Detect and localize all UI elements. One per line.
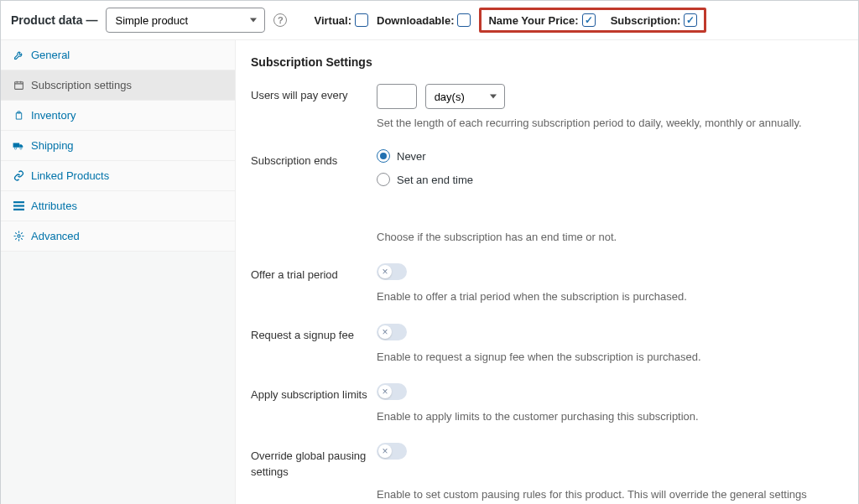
svg-point-3 (20, 147, 22, 148)
product-type-select[interactable]: Simple product (106, 8, 265, 33)
tab-label: Shipping (31, 139, 74, 152)
pausing-desc: Enable to set custom pausing rules for t… (377, 487, 835, 504)
subscription-checkbox-label: Subscription: (611, 13, 698, 27)
help-icon[interactable]: ? (273, 13, 287, 27)
nyp-checkbox-label: Name Your Price: (488, 13, 595, 27)
svg-rect-1 (13, 143, 20, 147)
content-title: Subscription Settings (251, 55, 835, 69)
tab-label: Inventory (31, 109, 75, 122)
calendar-icon (13, 80, 24, 91)
truck-icon (13, 140, 24, 152)
panel-title: Product data — (11, 13, 97, 27)
wrench-icon (13, 49, 24, 61)
svg-rect-6 (13, 209, 24, 210)
subscription-checkbox[interactable] (684, 13, 697, 27)
product-data-tabs: General Subscription settings Inventory … (1, 40, 236, 504)
tab-linked-products[interactable]: Linked Products (1, 161, 235, 191)
tab-label: Advanced (31, 230, 80, 242)
tab-shipping[interactable]: Shipping (1, 131, 235, 161)
svg-rect-0 (14, 82, 23, 90)
tab-label: Subscription settings (31, 79, 132, 91)
limits-toggle[interactable] (377, 383, 407, 400)
pay-every-input[interactable] (377, 84, 417, 109)
ends-settime-label: Set an end time (397, 174, 473, 186)
limits-label: Apply subscription limits (251, 383, 377, 401)
highlighted-options: Name Your Price: Subscription: (479, 8, 706, 33)
ends-desc: Choose if the subscription has an end ti… (377, 230, 835, 245)
trial-desc: Enable to offer a trial period when the … (377, 289, 835, 304)
tab-general[interactable]: General (1, 40, 235, 70)
tab-attributes[interactable]: Attributes (1, 191, 235, 221)
tab-label: General (31, 49, 70, 61)
gear-icon (13, 231, 24, 242)
settings-content: Subscription Settings Users will pay eve… (236, 40, 858, 504)
trial-toggle[interactable] (377, 263, 407, 280)
signup-fee-toggle[interactable] (377, 324, 407, 340)
product-data-header: Product data — Simple product ? Virtual:… (1, 1, 858, 40)
name-your-price-checkbox[interactable] (582, 13, 596, 27)
tab-inventory[interactable]: Inventory (1, 101, 235, 131)
pay-every-label: Users will pay every (251, 84, 377, 101)
signup-fee-label: Request a signup fee (251, 324, 377, 341)
ends-label: Subscription ends (251, 149, 377, 167)
pausing-toggle[interactable] (377, 443, 407, 460)
pay-every-desc: Set the length of each recurring subscri… (377, 116, 835, 131)
tab-subscription-settings[interactable]: Subscription settings (1, 70, 235, 101)
downloadable-checkbox-label: Downloadable: (377, 13, 471, 27)
ends-never-radio[interactable] (377, 149, 390, 163)
downloadable-checkbox[interactable] (457, 13, 471, 27)
trial-label: Offer a trial period (251, 263, 377, 281)
tab-advanced[interactable]: Advanced (1, 221, 235, 252)
tab-label: Linked Products (31, 169, 109, 182)
svg-rect-5 (13, 205, 24, 206)
pausing-label: Override global pausing settings (251, 443, 377, 481)
list-icon (13, 200, 24, 212)
link-icon (13, 170, 24, 182)
inventory-icon (13, 110, 24, 122)
svg-rect-4 (13, 201, 24, 203)
tab-label: Attributes (31, 200, 77, 212)
ends-never-label: Never (397, 150, 426, 163)
signup-fee-desc: Enable to request a signup fee when the … (377, 350, 835, 365)
svg-point-7 (17, 235, 19, 237)
limits-desc: Enable to apply limits to the customer p… (377, 409, 835, 424)
virtual-checkbox-label: Virtual: (314, 13, 368, 27)
virtual-checkbox[interactable] (355, 13, 368, 27)
svg-point-2 (14, 147, 16, 148)
pay-every-unit-select[interactable]: day(s) (425, 84, 505, 109)
ends-settime-radio[interactable] (377, 173, 390, 186)
